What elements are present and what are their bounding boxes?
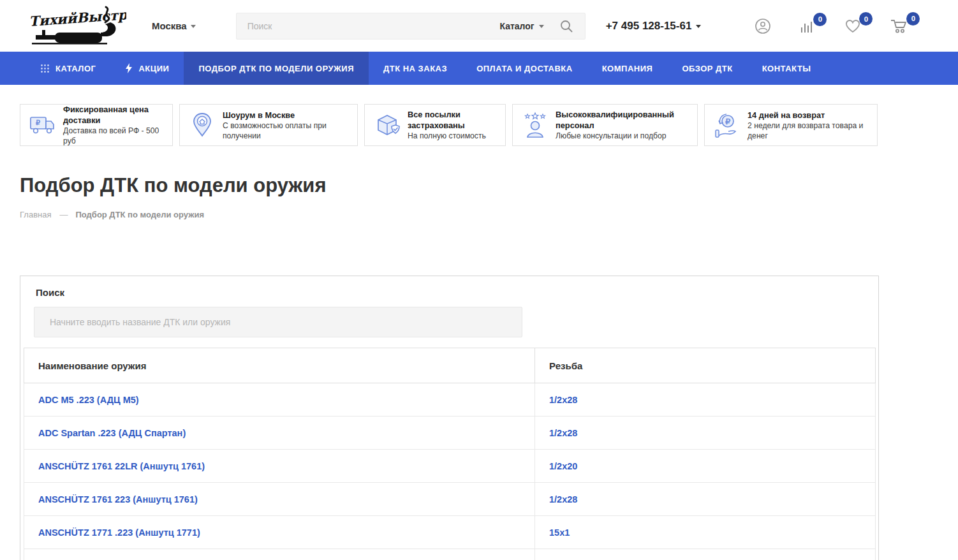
nav-item-label: КАТАЛОГ — [55, 64, 96, 73]
silencer-logo-icon: ТихийВыстрел — [24, 3, 126, 49]
qualified-staff-icon — [521, 112, 549, 138]
nav-item-label: ОПЛАТА И ДОСТАВКА — [476, 64, 573, 73]
thread-value[interactable]: 1/2x28 — [549, 428, 577, 438]
table-row: ANSCHÜTZ 1771 .223 (Аншутц 1771) 15x1 — [24, 516, 876, 549]
feature-showroom: Шоурум в Москве С возможностью оплаты пр… — [179, 104, 358, 146]
nav-item-dtk-review[interactable]: ОБЗОР ДТК — [667, 52, 747, 85]
insured-package-icon — [373, 112, 401, 138]
feature-title: Фиксированная цена доставки — [63, 104, 166, 126]
feature-subtitle: Доставка по всей РФ - 500 руб — [63, 126, 166, 146]
feature-return: ₽ 14 дней на возврат 2 недели для возвра… — [704, 104, 878, 146]
feature-subtitle: 2 недели для возврата товара и денег — [748, 121, 871, 141]
favorites-button[interactable]: 0 — [844, 18, 862, 34]
cart-button[interactable]: 0 — [890, 18, 909, 34]
header-icons: 0 0 0 — [726, 18, 909, 34]
feature-title: Высококвалифицированный персонал — [556, 109, 691, 131]
delivery-truck-icon: ₽ — [29, 114, 57, 136]
svg-text:₽: ₽ — [36, 119, 40, 126]
feature-insurance: Все посылки застрахованы На полную стоим… — [364, 104, 506, 146]
nav-item-label: КОНТАКТЫ — [762, 64, 811, 73]
search-icon — [559, 19, 573, 33]
dtk-finder-panel: Поиск Наименование оружия Резьба ADC M5 … — [20, 276, 879, 560]
map-pin-icon — [188, 112, 216, 138]
table-row: ANSCHÜTZ 1761 22LR (Аншутц 1761) 1/2x20 — [24, 450, 876, 483]
features-strip: ₽ Фиксированная цена доставки Доставка п… — [20, 104, 938, 146]
nav-item-label: АКЦИИ — [138, 64, 169, 73]
weapon-link[interactable]: ANSCHÜTZ 1761 22LR (Аншутц 1761) — [38, 461, 205, 471]
nav-item-label: ПОДБОР ДТК ПО МОДЕЛИ ОРУЖИЯ — [198, 64, 354, 73]
page-title: Подбор ДТК по модели оружия — [20, 174, 958, 197]
feature-subtitle: С возможностью оплаты при получении — [223, 121, 351, 141]
thread-value[interactable]: 1/2x20 — [549, 461, 577, 471]
breadcrumb-separator: — — [59, 210, 67, 219]
chevron-down-icon — [539, 25, 544, 28]
feature-delivery: ₽ Фиксированная цена доставки Доставка п… — [20, 104, 173, 146]
feature-title: 14 дней на возврат — [748, 110, 871, 121]
site-logo[interactable]: ТихийВыстрел — [24, 3, 126, 49]
header-search-input[interactable] — [237, 21, 500, 31]
svg-text:₽: ₽ — [725, 117, 731, 126]
nav-item-contacts[interactable]: КОНТАКТЫ — [748, 52, 826, 85]
search-catalog-dropdown[interactable]: Каталог — [499, 21, 556, 31]
nav-item-dtk-finder[interactable]: ПОДБОР ДТК ПО МОДЕЛИ ОРУЖИЯ — [184, 52, 369, 85]
catalog-dropdown-label: Каталог — [499, 21, 534, 31]
compare-count-badge: 0 — [813, 13, 827, 26]
grid-dots-icon — [40, 64, 50, 73]
header-search-bar: Каталог — [236, 13, 586, 40]
lightning-icon — [125, 63, 133, 73]
nav-item-label: ОБЗОР ДТК — [682, 64, 732, 73]
nav-item-label: ДТК НА ЗАКАЗ — [383, 64, 447, 73]
column-header-weapon-name: Наименование оружия — [24, 348, 535, 383]
feature-subtitle: На полную стоимость — [408, 131, 499, 141]
account-icon — [755, 18, 771, 34]
account-button[interactable] — [755, 18, 771, 34]
thread-value[interactable]: 1/2x28 — [549, 494, 577, 505]
thread-value[interactable]: 1/2x28 — [549, 395, 577, 405]
table-row: ADC Spartan .223 (АДЦ Спартан) 1/2x28 — [24, 416, 876, 450]
search-button[interactable] — [557, 19, 585, 33]
table-row — [24, 549, 876, 560]
table-header-row: Наименование оружия Резьба — [24, 348, 876, 383]
weapon-link[interactable]: ADC M5 .223 (АДЦ М5) — [38, 395, 139, 405]
nav-item-company[interactable]: КОМПАНИЯ — [587, 52, 668, 85]
table-row: ADC M5 .223 (АДЦ М5) 1/2x28 — [24, 383, 876, 416]
city-selector[interactable]: Москва — [152, 20, 196, 31]
chevron-down-icon — [191, 25, 196, 28]
cart-count-badge: 0 — [906, 12, 920, 26]
weapon-link[interactable]: ANSCHÜTZ 1761 223 (Аншутц 1761) — [38, 494, 198, 505]
feature-title: Шоурум в Москве — [223, 110, 351, 121]
city-label: Москва — [152, 20, 187, 31]
breadcrumb-home-link[interactable]: Главная — [20, 210, 51, 219]
phone-selector[interactable]: +7 495 128-15-61 — [606, 20, 702, 33]
nav-item-dtk-custom[interactable]: ДТК НА ЗАКАЗ — [369, 52, 462, 85]
weapon-link[interactable]: ANSCHÜTZ 1771 .223 (Аншутц 1771) — [38, 527, 200, 538]
breadcrumb: Главная — Подбор ДТК по модели оружия — [20, 210, 958, 219]
finder-search-label: Поиск — [36, 287, 878, 298]
breadcrumb-current: Подбор ДТК по модели оружия — [75, 210, 204, 219]
main-nav: КАТАЛОГ АКЦИИ ПОДБОР ДТК ПО МОДЕЛИ ОРУЖИ… — [0, 52, 958, 85]
nav-item-payment-delivery[interactable]: ОПЛАТА И ДОСТАВКА — [462, 52, 587, 85]
finder-search-input[interactable] — [34, 307, 522, 337]
chevron-down-icon — [696, 25, 701, 28]
table-row: ANSCHÜTZ 1761 223 (Аншутц 1761) 1/2x28 — [24, 483, 876, 516]
column-header-thread: Резьба — [535, 348, 876, 383]
feature-subtitle: Любые консультации и подбор — [556, 131, 691, 141]
compare-button[interactable]: 0 — [799, 18, 816, 34]
weapons-table: Наименование оружия Резьба ADC M5 .223 (… — [24, 348, 876, 560]
money-return-icon: ₽ — [713, 112, 741, 138]
feature-staff: Высококвалифицированный персонал Любые к… — [512, 104, 698, 146]
site-header: ТихийВыстрел Москва Каталог +7 495 128-1… — [0, 0, 958, 52]
favorites-count-badge: 0 — [859, 12, 873, 26]
feature-title: Все посылки застрахованы — [408, 109, 499, 131]
nav-item-label: КОМПАНИЯ — [602, 64, 653, 73]
weapon-link[interactable]: ADC Spartan .223 (АДЦ Спартан) — [38, 428, 186, 438]
phone-number: +7 495 128-15-61 — [606, 20, 692, 33]
nav-item-promos[interactable]: АКЦИИ — [110, 52, 184, 85]
thread-value[interactable]: 15x1 — [549, 527, 570, 538]
nav-item-catalog[interactable]: КАТАЛОГ — [26, 52, 110, 85]
